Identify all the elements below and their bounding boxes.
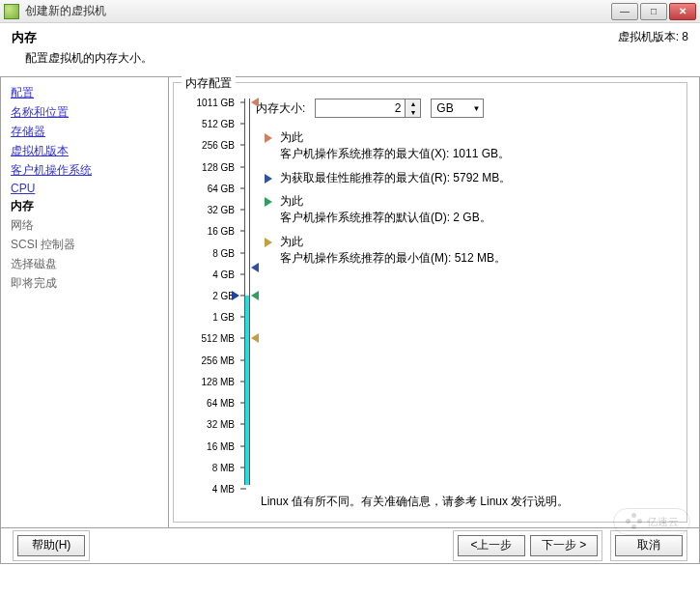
scale-tick: 1 GB: [186, 312, 235, 323]
scale-tick: 1011 GB: [186, 98, 235, 108]
scale-tick: 32 GB: [186, 205, 235, 215]
slider-marker: [251, 333, 259, 343]
sidebar-item-config[interactable]: 配置: [11, 85, 158, 101]
recommendation-item: 为获取最佳性能推荐的最大值(R): 5792 MB。: [265, 170, 677, 186]
memory-recommendations: 为此客户机操作系统推荐的最大值(X): 1011 GB。为获取最佳性能推荐的最大…: [265, 129, 677, 274]
vm-version-label: 虚拟机版本: 8: [618, 29, 688, 45]
recommendation-text: 为此客户机操作系统推荐的最大值(X): 1011 GB。: [280, 129, 510, 162]
scale-tick: 4 GB: [186, 269, 235, 279]
memory-scale: 1011 GB512 GB256 GB128 GB64 GB32 GB16 GB…: [174, 99, 246, 512]
scale-tick: 256 MB: [186, 354, 235, 365]
back-button[interactable]: <上一步: [458, 535, 525, 556]
memory-size-row: 内存大小: 2 ▲ ▼ GB ▼: [256, 99, 484, 118]
slider-thumb[interactable]: [232, 291, 239, 300]
window-buttons: — □ ✕: [611, 3, 696, 20]
triangle-icon: [265, 238, 272, 247]
chevron-down-icon: ▼: [472, 104, 480, 113]
wizard-steps: 配置 名称和位置 存储器 虚拟机版本 客户机操作系统 CPU 内存 网络 SCS…: [0, 77, 169, 528]
scale-tick: 512 GB: [186, 119, 235, 129]
wizard-header: 内存 配置虚拟机的内存大小。 虚拟机版本: 8: [0, 23, 700, 77]
scale-tick: 8 MB: [186, 462, 235, 472]
page-title: 内存: [12, 29, 153, 46]
app-icon: [4, 4, 19, 19]
sidebar-item-name[interactable]: 名称和位置: [11, 104, 158, 121]
wizard-footer: 帮助(H) <上一步 下一步 > 取消: [0, 527, 700, 564]
spinner-up[interactable]: ▲: [405, 99, 420, 108]
cancel-button[interactable]: 取消: [615, 535, 683, 556]
next-button[interactable]: 下一步 >: [530, 535, 598, 556]
scale-tick: 4 MB: [186, 484, 235, 495]
scale-tick: 256 GB: [186, 140, 235, 151]
triangle-icon: [265, 133, 272, 143]
main-panel: 内存配置 内存大小: 2 ▲ ▼ GB ▼ 1011 GB512: [169, 77, 700, 528]
minimize-button[interactable]: —: [611, 3, 638, 20]
scale-tick: 32 MB: [186, 419, 235, 430]
scale-tick: 64 GB: [186, 183, 235, 193]
scale-tick: 16 MB: [186, 440, 235, 451]
memory-unit-combo[interactable]: GB ▼: [431, 99, 484, 118]
recommendation-item: 为此客户机操作系统推荐的默认值(D): 2 GB。: [265, 193, 677, 226]
memory-fieldset: 内存配置 内存大小: 2 ▲ ▼ GB ▼ 1011 GB512: [173, 82, 687, 523]
sidebar-item-scsi: SCSI 控制器: [11, 237, 158, 253]
sidebar-item-storage[interactable]: 存储器: [11, 124, 158, 140]
recommendation-text: 为获取最佳性能推荐的最大值(R): 5792 MB。: [280, 170, 511, 186]
page-subtitle: 配置虚拟机的内存大小。: [25, 50, 153, 67]
spinner-buttons: ▲ ▼: [405, 99, 420, 117]
sidebar-item-finish: 即将完成: [11, 275, 158, 292]
close-button[interactable]: ✕: [669, 3, 696, 20]
memory-unit-value: GB: [436, 101, 453, 115]
sidebar-item-network: 网络: [11, 217, 158, 234]
slider-marker: [251, 263, 259, 272]
fieldset-legend: 内存配置: [182, 75, 236, 92]
sidebar-item-disk: 选择磁盘: [11, 256, 158, 272]
titlebar: 创建新的虚拟机 — □ ✕: [0, 0, 700, 23]
recommendation-text: 为此客户机操作系统推荐的默认值(D): 2 GB。: [280, 193, 491, 226]
triangle-icon: [265, 197, 272, 207]
recommendation-text: 为此客户机操作系统推荐的最小值(M): 512 MB。: [280, 234, 506, 267]
sidebar-item-vmversion[interactable]: 虚拟机版本: [11, 143, 158, 159]
spinner-down[interactable]: ▼: [405, 108, 420, 117]
window-title: 创建新的虚拟机: [25, 3, 611, 19]
scale-tick: 512 MB: [186, 333, 235, 344]
recommendation-item: 为此客户机操作系统推荐的最小值(M): 512 MB。: [265, 234, 677, 267]
sidebar-item-memory: 内存: [11, 198, 158, 214]
linux-note: Linux 值有所不同。有关准确信息，请参考 Linux 发行说明。: [261, 494, 677, 510]
memory-slider-fill: [245, 296, 249, 485]
maximize-button[interactable]: □: [640, 3, 667, 20]
scale-tick: 128 MB: [186, 376, 235, 386]
help-button[interactable]: 帮助(H): [17, 535, 85, 556]
content-area: 配置 名称和位置 存储器 虚拟机版本 客户机操作系统 CPU 内存 网络 SCS…: [0, 77, 700, 528]
scale-tick: 16 GB: [186, 226, 235, 237]
sidebar-item-guestos[interactable]: 客户机操作系统: [11, 162, 158, 179]
sidebar-item-cpu[interactable]: CPU: [11, 182, 158, 195]
slider-marker: [251, 98, 259, 107]
memory-slider-track[interactable]: [244, 99, 250, 485]
scale-tick: 128 GB: [186, 161, 235, 172]
scale-tick: 8 GB: [186, 247, 235, 258]
triangle-icon: [265, 174, 272, 184]
scale-tick: 64 MB: [186, 398, 235, 409]
recommendation-item: 为此客户机操作系统推荐的最大值(X): 1011 GB。: [265, 129, 677, 162]
memory-size-label: 内存大小:: [256, 100, 305, 117]
memory-size-value[interactable]: 2: [316, 101, 405, 115]
slider-marker: [251, 291, 259, 300]
memory-size-input[interactable]: 2 ▲ ▼: [315, 99, 421, 118]
scale-tick: 2 GB: [186, 291, 235, 301]
